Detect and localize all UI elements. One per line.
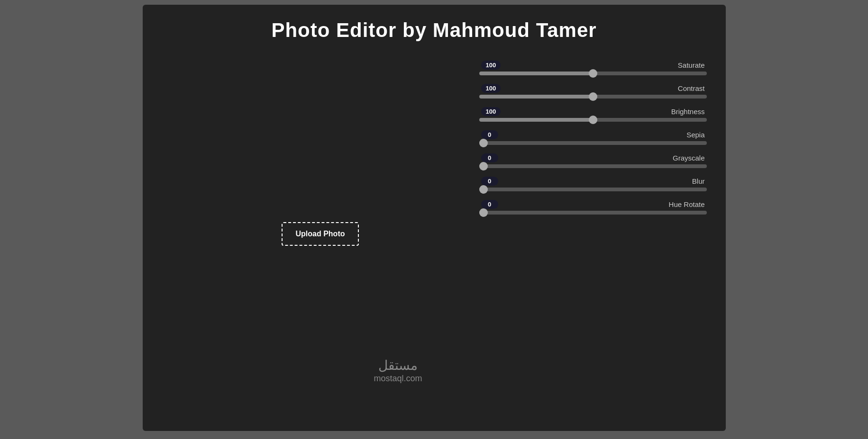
editor-body: Upload Photo مستقل mostaql.com 100Satura…: [143, 56, 726, 412]
watermark-arabic: مستقل: [374, 358, 422, 374]
control-value-blur: 0: [481, 177, 498, 186]
watermark-latin: mostaql.com: [374, 374, 422, 384]
control-header-grayscale: 0Grayscale: [479, 153, 707, 162]
control-header-sepia: 0Sepia: [479, 130, 707, 139]
control-value-grayscale: 0: [481, 153, 498, 162]
control-slider-hue-rotate[interactable]: [479, 211, 707, 215]
control-value-hue-rotate: 0: [481, 200, 498, 209]
control-row-contrast: 100Contrast: [479, 84, 707, 99]
control-label-blur: Blur: [692, 177, 705, 185]
control-slider-sepia[interactable]: [479, 141, 707, 145]
control-header-hue-rotate: 0Hue Rotate: [479, 200, 707, 209]
control-slider-contrast[interactable]: [479, 95, 707, 99]
control-value-sepia: 0: [481, 130, 498, 139]
control-header-blur: 0Blur: [479, 177, 707, 186]
watermark: مستقل mostaql.com: [374, 358, 422, 384]
upload-photo-button[interactable]: Upload Photo: [282, 222, 359, 246]
control-label-contrast: Contrast: [678, 84, 705, 92]
control-slider-grayscale[interactable]: [479, 164, 707, 168]
control-label-saturate: Saturate: [678, 61, 705, 69]
control-slider-blur[interactable]: [479, 188, 707, 191]
control-label-hue-rotate: Hue Rotate: [669, 200, 705, 208]
app-title: Photo Editor by Mahmoud Tamer: [271, 19, 596, 42]
control-row-brightness: 100Brightness: [479, 107, 707, 122]
control-header-brightness: 100Brightness: [479, 107, 707, 116]
control-slider-brightness[interactable]: [479, 118, 707, 122]
control-value-brightness: 100: [481, 107, 501, 116]
controls-panel: 100Saturate100Contrast100Brightness0Sepi…: [479, 56, 707, 412]
control-row-blur: 0Blur: [479, 177, 707, 191]
control-row-hue-rotate: 0Hue Rotate: [479, 200, 707, 215]
control-header-contrast: 100Contrast: [479, 84, 707, 93]
control-row-grayscale: 0Grayscale: [479, 153, 707, 168]
control-row-sepia: 0Sepia: [479, 130, 707, 145]
control-label-brightness: Brightness: [671, 108, 705, 116]
photo-area: Upload Photo مستقل mostaql.com: [162, 56, 479, 412]
control-value-saturate: 100: [481, 61, 501, 70]
control-label-grayscale: Grayscale: [673, 154, 705, 162]
control-row-saturate: 100Saturate: [479, 61, 707, 75]
app-container: Photo Editor by Mahmoud Tamer Upload Pho…: [143, 5, 726, 431]
control-value-contrast: 100: [481, 84, 501, 93]
control-header-saturate: 100Saturate: [479, 61, 707, 70]
control-label-sepia: Sepia: [686, 131, 704, 139]
control-slider-saturate[interactable]: [479, 72, 707, 75]
